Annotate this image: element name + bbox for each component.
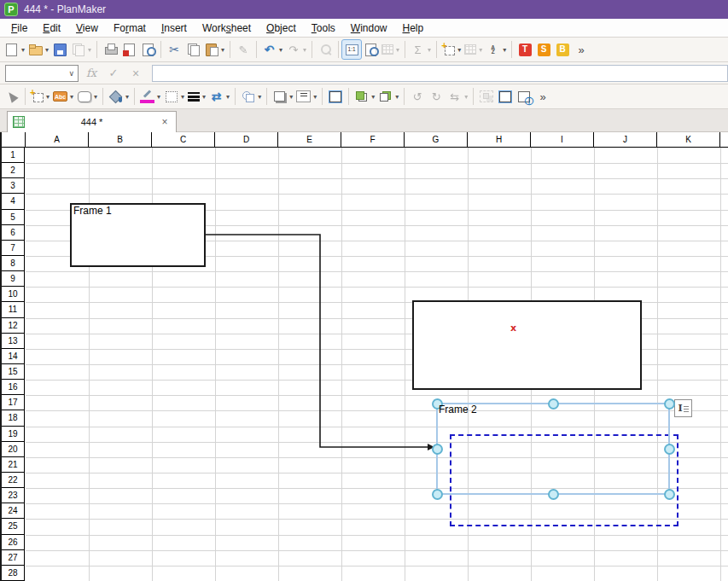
ungroup-button[interactable] xyxy=(496,87,515,106)
menu-insert[interactable]: Insert xyxy=(154,20,195,37)
text-frame-1[interactable]: Frame 1 xyxy=(70,203,206,267)
bring-to-front-button[interactable]: ▾ xyxy=(352,87,376,106)
open-button[interactable]: ▾ xyxy=(26,40,50,59)
fill-color-button[interactable]: ▾ xyxy=(107,87,131,106)
paste-button[interactable]: ▾ xyxy=(202,40,226,59)
selection-handle[interactable] xyxy=(664,489,675,500)
row-header-6[interactable]: 6 xyxy=(2,225,25,241)
row-header-1[interactable]: 1 xyxy=(2,148,25,163)
menu-file[interactable]: File xyxy=(3,20,35,37)
column-header-h[interactable]: H xyxy=(468,132,531,147)
menu-worksheet[interactable]: Worksheet xyxy=(195,20,259,37)
menu-format[interactable]: Format xyxy=(106,20,154,37)
object-properties-button[interactable] xyxy=(515,87,533,106)
column-header-i[interactable]: I xyxy=(531,132,594,147)
zoom-button[interactable] xyxy=(361,40,380,59)
row-header-28[interactable]: 28 xyxy=(2,566,25,581)
menu-edit[interactable]: Edit xyxy=(35,20,68,37)
row-header-25[interactable]: 25 xyxy=(2,519,25,534)
textmaker-button[interactable]: T xyxy=(515,40,534,59)
selection-handle[interactable] xyxy=(548,489,559,500)
selection-handle[interactable] xyxy=(432,489,443,500)
column-header-b[interactable]: B xyxy=(89,132,152,147)
presentations-button[interactable]: S xyxy=(534,40,553,59)
object-frame-placeholder[interactable]: x xyxy=(412,300,642,390)
insert-function-button[interactable]: fx xyxy=(82,65,101,82)
cell-name-box[interactable]: ∨ xyxy=(5,65,79,82)
menu-view[interactable]: View xyxy=(68,20,106,37)
selection-handle[interactable] xyxy=(664,398,675,410)
row-header-5[interactable]: 5 xyxy=(2,210,25,225)
column-header-f[interactable]: F xyxy=(341,132,405,147)
formula-input[interactable] xyxy=(152,65,728,82)
line-color-button[interactable]: ▾ xyxy=(138,87,162,106)
row-header-15[interactable]: 15 xyxy=(2,364,25,380)
connector-button[interactable]: ⇄▾ xyxy=(207,87,231,106)
send-to-back-button[interactable]: ▾ xyxy=(376,87,400,106)
toolbar-overflow-button[interactable]: » xyxy=(572,40,591,59)
row-header-26[interactable]: 26 xyxy=(2,535,25,550)
row-header-17[interactable]: 17 xyxy=(2,395,25,410)
row-header-10[interactable]: 10 xyxy=(2,287,25,302)
selection-handle[interactable] xyxy=(664,444,675,455)
column-header-e[interactable]: E xyxy=(278,132,341,147)
shadow-button[interactable]: ▾ xyxy=(271,87,294,106)
row-header-14[interactable]: 14 xyxy=(2,349,25,364)
autoshape-button[interactable]: ▾ xyxy=(75,87,99,106)
export-pdf-button[interactable] xyxy=(119,40,138,59)
row-header-8[interactable]: 8 xyxy=(2,256,25,271)
menu-tools[interactable]: Tools xyxy=(304,20,343,37)
text-frame-button[interactable]: Abc▾ xyxy=(51,87,75,106)
undo-button[interactable]: ↶▾ xyxy=(260,40,284,59)
frame2-label[interactable]: Frame 2 xyxy=(439,404,477,415)
row-header-2[interactable]: 2 xyxy=(2,163,25,178)
insert-frame-button[interactable]: ▾ xyxy=(29,87,51,106)
toolbar-overflow-button[interactable]: » xyxy=(533,87,552,106)
selection-handle[interactable] xyxy=(548,398,559,410)
column-header-d[interactable]: D xyxy=(215,132,278,147)
cut-button[interactable]: ✂ xyxy=(165,40,183,59)
frame-mode-button[interactable] xyxy=(326,87,345,106)
row-header-27[interactable]: 27 xyxy=(2,550,25,566)
column-header-k[interactable]: K xyxy=(657,132,720,147)
insert-frame-button[interactable]: ▾ xyxy=(440,40,463,59)
column-header-a[interactable]: A xyxy=(26,132,89,147)
row-header-3[interactable]: 3 xyxy=(2,178,25,194)
line-width-button[interactable]: ▾ xyxy=(186,87,207,106)
row-header-4[interactable]: 4 xyxy=(2,194,25,209)
row-header-24[interactable]: 24 xyxy=(2,503,25,519)
print-button[interactable] xyxy=(101,40,119,59)
column-header-g[interactable]: G xyxy=(405,132,468,147)
row-header-19[interactable]: 19 xyxy=(2,427,25,442)
row-header-11[interactable]: 11 xyxy=(2,302,25,317)
zoom-original-button[interactable]: 1:1 xyxy=(342,40,361,59)
select-all-corner[interactable] xyxy=(2,132,26,147)
row-header-16[interactable]: 16 xyxy=(2,380,25,395)
column-header-j[interactable]: J xyxy=(594,132,657,147)
row-header-23[interactable]: 23 xyxy=(2,488,25,503)
row-header-21[interactable]: 21 xyxy=(2,457,25,473)
basicmaker-button[interactable]: B xyxy=(553,40,572,59)
shapes-button[interactable]: ▾ xyxy=(239,87,263,106)
save-button[interactable] xyxy=(50,40,69,59)
close-tab-icon[interactable]: × xyxy=(159,116,171,128)
row-header-22[interactable]: 22 xyxy=(2,473,25,488)
print-preview-button[interactable] xyxy=(138,40,157,59)
new-document-button[interactable]: ▾ xyxy=(3,40,26,59)
select-objects-button[interactable] xyxy=(3,87,21,106)
copy-button[interactable] xyxy=(183,40,202,59)
border-button[interactable]: ▾ xyxy=(162,87,186,106)
column-header-c[interactable]: C xyxy=(152,132,215,147)
row-header-7[interactable]: 7 xyxy=(2,241,25,256)
menu-help[interactable]: Help xyxy=(394,20,431,37)
sort-filter-button[interactable]: ▾ xyxy=(484,40,508,59)
object-options-button[interactable]: I xyxy=(674,399,692,417)
menu-object[interactable]: Object xyxy=(259,20,304,37)
row-header-9[interactable]: 9 xyxy=(2,271,25,287)
row-header-18[interactable]: 18 xyxy=(2,410,25,426)
selection-handle[interactable] xyxy=(432,444,443,455)
row-header-12[interactable]: 12 xyxy=(2,318,25,334)
row-header-13[interactable]: 13 xyxy=(2,334,25,349)
worksheet-tab[interactable]: 444 * × xyxy=(7,111,177,132)
line-style-button[interactable]: ▾ xyxy=(294,87,318,106)
